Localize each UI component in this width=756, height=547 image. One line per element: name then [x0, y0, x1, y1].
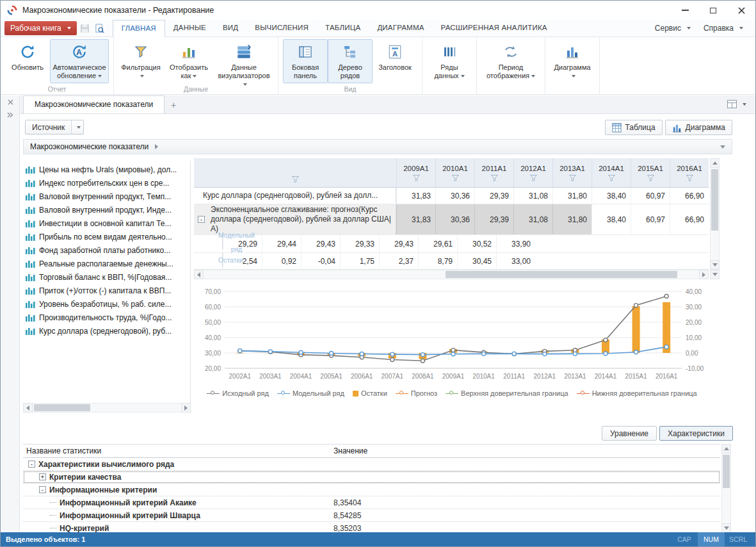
- new-tab-button[interactable]: +: [165, 97, 182, 113]
- help-menu[interactable]: Справка: [698, 24, 749, 33]
- tree-item[interactable]: Курс доллара (среднегодовой), руб...: [23, 324, 190, 338]
- table-cell[interactable]: 38,40: [591, 188, 631, 204]
- column-header[interactable]: 2013A1: [552, 158, 591, 187]
- legend-item[interactable]: Модельный ряд: [277, 389, 344, 397]
- service-menu[interactable]: Сервис: [649, 24, 696, 33]
- scroll-track[interactable]: [721, 453, 731, 523]
- row-label-cell[interactable]: Модельный ряд: [194, 235, 223, 249]
- preview-button[interactable]: [93, 22, 106, 35]
- filter-funnel-icon[interactable]: [413, 175, 420, 181]
- table-cell[interactable]: 31,83: [396, 204, 435, 234]
- stats-toggle[interactable]: +: [39, 473, 46, 480]
- tree-item[interactable]: Уровень безработицы, % раб. силе...: [23, 297, 190, 311]
- filter-funnel-icon[interactable]: [491, 175, 498, 181]
- collapse-toggle[interactable]: -: [198, 216, 205, 223]
- table-cell[interactable]: 8,79: [418, 253, 457, 269]
- table-cell[interactable]: 29,43: [301, 235, 340, 252]
- table-cell[interactable]: 60,97: [631, 188, 670, 204]
- tree-item[interactable]: Приток (+)/отток (-) капитала к ВВП...: [23, 284, 190, 297]
- equation-button[interactable]: Уравнение: [602, 426, 657, 441]
- table-cell[interactable]: 29,39: [474, 188, 513, 204]
- save-button[interactable]: [79, 22, 92, 35]
- tree-item[interactable]: Торговый баланс к ВВП, %|Годовая...: [23, 270, 190, 284]
- table-cell[interactable]: 0,92: [262, 253, 301, 269]
- chevron-down-icon[interactable]: [720, 145, 725, 149]
- scroll-right-button[interactable]: [181, 403, 191, 412]
- table-cell[interactable]: 29,39: [474, 204, 513, 234]
- filter-funnel-icon[interactable]: [686, 175, 693, 181]
- scroll-left-button[interactable]: [23, 403, 33, 412]
- tree-item[interactable]: Валовой внутренний продукт, Инде...: [23, 203, 190, 216]
- row-label-cell[interactable]: Остатки: [194, 253, 223, 267]
- legend-item[interactable]: Остатки: [353, 389, 387, 397]
- scroll-left-button[interactable]: [194, 270, 204, 279]
- tree-item[interactable]: Производительность труда, %|Годо...: [23, 311, 190, 324]
- stats-toggle[interactable]: -: [39, 486, 46, 493]
- ribbon-tab[interactable]: ТАБЛИЦА: [317, 20, 369, 37]
- filter-funnel-icon[interactable]: [647, 175, 654, 181]
- table-cell[interactable]: 30,36: [435, 188, 474, 204]
- filter-funnel-icon[interactable]: [608, 175, 615, 181]
- table-cell[interactable]: 31,08: [513, 204, 552, 234]
- stats-row[interactable]: Информационный критерий Акаике8,35404: [23, 496, 720, 509]
- filter-funnel-icon[interactable]: [569, 175, 576, 181]
- close-panel-button[interactable]: [1, 95, 20, 108]
- legend-item[interactable]: Исходный ряд: [207, 389, 269, 397]
- chart-view-button[interactable]: Диаграмма: [665, 120, 732, 135]
- table-cell[interactable]: 29,33: [340, 235, 379, 252]
- auto-refresh-button[interactable]: A Автоматическое обновление: [50, 39, 109, 83]
- filter-funnel-icon[interactable]: [292, 176, 299, 183]
- scroll-up-button[interactable]: [721, 444, 731, 453]
- legend-item[interactable]: Прогноз: [396, 389, 437, 397]
- table-cell[interactable]: 30,45: [457, 253, 496, 269]
- column-header[interactable]: 2012A1: [513, 158, 552, 187]
- chart-button[interactable]: Диаграмма: [550, 39, 595, 83]
- table-cell[interactable]: 31,83: [396, 188, 435, 204]
- column-header[interactable]: 2009A1: [396, 158, 435, 187]
- scroll-thumb[interactable]: [711, 169, 718, 231]
- table-cell[interactable]: 1,75: [340, 253, 379, 269]
- stats-row[interactable]: -Характеристики вычислимого ряда: [23, 458, 720, 471]
- tree-item[interactable]: Реальные располагаемые денежны...: [23, 257, 190, 270]
- data-series-button[interactable]: Ряды данных: [427, 39, 472, 83]
- scroll-up-button[interactable]: [710, 158, 720, 168]
- table-cell[interactable]: 33,00: [496, 253, 535, 269]
- scroll-thumb[interactable]: [723, 455, 730, 488]
- row-label-cell[interactable]: Курс доллара (среднегодовой), рублей за …: [194, 188, 396, 204]
- window-layout-icon[interactable]: [727, 100, 737, 108]
- stats-row[interactable]: +Критерии качества: [23, 471, 720, 484]
- series-tree-button[interactable]: Дерево рядов: [328, 39, 373, 83]
- table-cell[interactable]: 66,90: [670, 204, 709, 234]
- stats-row[interactable]: -Информационные критерии: [23, 484, 720, 496]
- scroll-down-button[interactable]: [710, 260, 720, 270]
- breadcrumb[interactable]: Макроэкономические показатели: [23, 139, 732, 154]
- column-header-series[interactable]: [194, 158, 396, 187]
- table-cell[interactable]: 66,90: [670, 188, 709, 204]
- column-header[interactable]: 2014A1: [591, 158, 631, 187]
- ribbon-tab[interactable]: ГЛАВНАЯ: [113, 20, 165, 37]
- side-panel-button[interactable]: Боковая панель: [283, 39, 328, 83]
- table-cell[interactable]: 31,80: [552, 204, 591, 234]
- column-header[interactable]: 2015A1: [631, 158, 670, 187]
- visualizer-data-button[interactable]: Данные визуализаторов: [214, 39, 273, 92]
- table-cell[interactable]: 30,36: [435, 204, 474, 234]
- display-period-button[interactable]: Период отображения: [481, 39, 540, 83]
- display-as-button[interactable]: Отобразить как: [163, 39, 214, 83]
- ribbon-tab[interactable]: ВИД: [214, 20, 246, 37]
- source-button[interactable]: Источник: [25, 120, 84, 135]
- tree-item[interactable]: Индекс потребительских цен в сре...: [23, 176, 190, 190]
- table-cell[interactable]: -0,04: [301, 253, 340, 269]
- stats-vertical-scrollbar[interactable]: [721, 444, 731, 533]
- ribbon-tab[interactable]: ДИАГРАММА: [369, 20, 432, 37]
- scroll-track[interactable]: [204, 270, 699, 279]
- table-cell[interactable]: 2,37: [379, 253, 418, 269]
- workbook-menu-button[interactable]: Рабочая книга: [4, 21, 77, 35]
- minimize-button[interactable]: [671, 1, 699, 20]
- close-button[interactable]: [727, 1, 755, 20]
- tree-item[interactable]: Прибыль по всем видам деятельно...: [23, 230, 190, 243]
- tree-item[interactable]: Валовой внутренний продукт, Темп...: [23, 190, 190, 203]
- table-cell[interactable]: 33,90: [496, 235, 535, 252]
- ribbon-tab[interactable]: ДАННЫЕ: [165, 20, 214, 37]
- scroll-right-button[interactable]: [699, 270, 709, 279]
- table-cell[interactable]: 29,44: [262, 235, 301, 252]
